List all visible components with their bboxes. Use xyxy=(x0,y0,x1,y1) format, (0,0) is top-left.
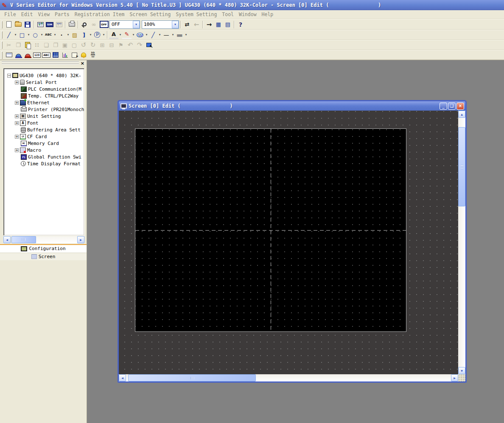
close-button[interactable]: × xyxy=(456,103,464,110)
item-list-button[interactable]: ▤ xyxy=(223,20,232,29)
scroll-right-icon[interactable]: ▶ xyxy=(77,236,84,243)
keypad-part-button[interactable] xyxy=(51,50,60,59)
tree-item-macro[interactable]: + Macro xyxy=(6,147,84,153)
fill-pattern-button[interactable]: ▬ xyxy=(175,31,184,39)
previous-next-screen-button[interactable]: ⇄ xyxy=(182,20,192,29)
menu-tool[interactable]: Tool xyxy=(219,10,236,19)
chevron-down-icon[interactable]: ▾ xyxy=(158,31,162,39)
scroll-down-icon[interactable]: ▼ xyxy=(458,367,465,374)
chevron-down-icon[interactable]: ▾ xyxy=(14,31,17,39)
tree-item-memory-card[interactable]: MC Memory Card xyxy=(6,140,84,147)
paste-button[interactable] xyxy=(23,41,32,50)
scrollbar-thumb[interactable] xyxy=(458,127,465,206)
chevron-down-icon[interactable]: ▾ xyxy=(133,21,140,28)
transfer-button[interactable] xyxy=(36,20,45,29)
new-file-button[interactable] xyxy=(4,20,14,29)
close-icon[interactable]: × xyxy=(81,61,84,66)
circle-tool-button[interactable]: ○ xyxy=(31,31,40,39)
palette-button[interactable] xyxy=(135,31,145,39)
chevron-down-icon[interactable]: ▾ xyxy=(172,21,179,28)
menu-help[interactable]: Help xyxy=(259,10,276,19)
grid-mode-combobox[interactable]: OFF ▾ xyxy=(109,20,140,29)
scroll-right-icon[interactable]: ▶ xyxy=(451,374,458,381)
tree-item-plc-communication[interactable]: PLC Communication(M xyxy=(6,86,84,92)
chevron-down-icon[interactable]: ▾ xyxy=(171,31,175,39)
menu-system-setting[interactable]: System Setting xyxy=(173,10,219,19)
alarm-part-button[interactable] xyxy=(23,50,32,59)
text-tool-button[interactable]: ABC xyxy=(44,31,53,39)
chevron-down-icon[interactable]: ▾ xyxy=(40,31,44,39)
chevron-down-icon[interactable]: ▾ xyxy=(66,31,70,39)
help-button[interactable]: ? xyxy=(236,20,245,29)
rotate-left-button-disabled[interactable]: ↺ xyxy=(79,41,88,50)
statistics-part-button[interactable] xyxy=(70,50,79,59)
chevron-down-icon[interactable]: ▾ xyxy=(118,31,122,39)
scroll-left-icon[interactable]: ◀ xyxy=(3,236,11,243)
align-horizontal-button-disabled[interactable]: ⊞ xyxy=(98,41,107,50)
menu-window[interactable]: Window xyxy=(236,10,259,19)
vertical-scrollbar[interactable]: ▲ ▼ xyxy=(458,111,465,374)
scale-tool-button[interactable]: ] xyxy=(79,31,89,39)
undo-button-disabled[interactable]: ↶ xyxy=(126,41,135,50)
expand-icon[interactable]: + xyxy=(15,148,19,152)
group-button-disabled[interactable]: ▣ xyxy=(60,41,70,50)
graph-part-button[interactable] xyxy=(60,50,70,59)
menu-screen-setting[interactable]: Screen Setting xyxy=(127,10,173,19)
chevron-down-icon[interactable]: ▾ xyxy=(102,31,106,39)
redo-button-disabled[interactable]: ↷ xyxy=(135,41,144,50)
back-button-disabled[interactable]: ← xyxy=(192,20,201,29)
date-part-button[interactable]: DD MM YY xyxy=(88,50,98,59)
menu-registration-item[interactable]: Registration Item xyxy=(72,10,127,19)
copy-button-disabled[interactable]: ❐ xyxy=(14,41,23,50)
app-titlebar[interactable]: ✎ V Series Editor for Windows Version 5.… xyxy=(0,0,504,10)
chevron-down-icon[interactable]: ▾ xyxy=(27,31,31,39)
multi-copy-button-disabled[interactable]: ∷ xyxy=(32,41,42,50)
horizontal-scrollbar[interactable]: ◀ ▶ xyxy=(119,374,458,381)
chevron-down-icon[interactable]: ▾ xyxy=(53,31,57,39)
menu-edit[interactable]: Edit xyxy=(19,10,36,19)
lamp-part-button[interactable] xyxy=(14,50,23,59)
numeric-display-button[interactable]: 123 xyxy=(32,50,42,59)
sidebar-horizontal-scrollbar[interactable]: ◀ ▶ xyxy=(3,236,84,243)
line-type-button[interactable]: — xyxy=(162,31,171,39)
scroll-left-icon[interactable]: ◀ xyxy=(119,374,126,381)
next-screen-button[interactable]: → xyxy=(204,20,214,29)
tree-item-buffering-area[interactable]: Buffering Area Sett xyxy=(6,126,84,133)
chevron-down-icon[interactable]: ▾ xyxy=(89,31,92,39)
expand-icon[interactable]: + xyxy=(15,121,19,125)
resize-grip[interactable] xyxy=(458,374,465,381)
maximize-button[interactable]: ❑ xyxy=(448,103,456,110)
pen-color-button[interactable]: ✎ xyxy=(122,31,132,39)
paint-tool-button[interactable]: ▨ xyxy=(70,31,79,39)
dot-tool-button[interactable]: · xyxy=(57,31,66,39)
tree-item-cf-card[interactable]: + CF CF Card xyxy=(6,133,84,140)
toolbar-grip[interactable] xyxy=(1,21,3,28)
simulator-button[interactable]: SIM xyxy=(45,20,54,29)
change-point-button-disabled[interactable]: ⚑ xyxy=(116,41,126,50)
scrollbar-track[interactable] xyxy=(36,236,77,243)
scrollbar-thumb[interactable] xyxy=(11,236,36,243)
save-button[interactable] xyxy=(23,20,32,29)
toolbar-grip[interactable] xyxy=(1,51,3,59)
char-display-button[interactable]: ABC xyxy=(42,50,51,59)
scrollbar-track[interactable] xyxy=(126,374,451,381)
line-tool-button[interactable]: ╱ xyxy=(4,31,14,39)
tree-item-font[interactable]: + A Font xyxy=(6,120,84,126)
scrollbar-track[interactable] xyxy=(458,118,465,367)
tree-item-temp-ctrl[interactable]: Temp. CTRL/PLC2Way xyxy=(6,92,84,99)
expand-icon[interactable]: + xyxy=(15,135,19,139)
menu-view[interactable]: View xyxy=(35,10,52,19)
tree-item-global-function-switch[interactable]: F1 Global Function Swi xyxy=(6,153,84,160)
tree-item-printer[interactable]: Printer (PR201Monoch xyxy=(6,106,84,113)
tree-item-ug430[interactable]: − UG430 (640 * 480) 32K- xyxy=(6,72,84,79)
grid-off-toggle[interactable]: OFF xyxy=(98,20,109,29)
print-button[interactable] xyxy=(67,20,76,29)
toolbar-grip[interactable] xyxy=(1,41,3,49)
zoom-combobox[interactable]: 100% ▾ xyxy=(142,20,179,29)
tree-item-ethernet[interactable]: + Ethernet xyxy=(6,99,84,106)
expand-icon[interactable]: + xyxy=(15,101,19,105)
tab-configuration[interactable]: Configuration xyxy=(0,245,87,253)
chevron-down-icon[interactable]: ▾ xyxy=(184,31,188,39)
toolbar-grip[interactable] xyxy=(1,31,3,39)
switch-part-button[interactable] xyxy=(4,50,14,59)
